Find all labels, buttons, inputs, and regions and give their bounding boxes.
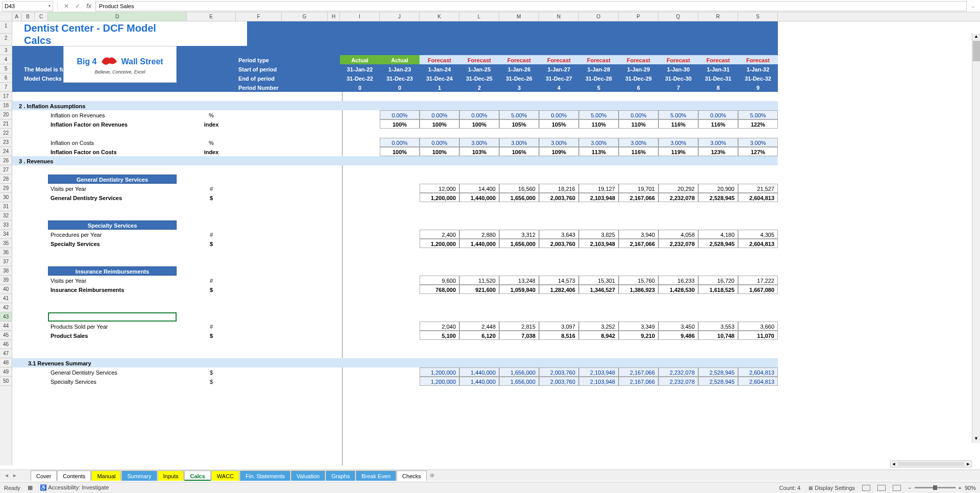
inf-cost-0: 0.00% [380,138,420,147]
row-header-21[interactable]: 21 [0,119,12,129]
tab-calcs[interactable]: Calcs [184,471,210,481]
tab-wacc[interactable]: WACC [211,471,239,481]
col-header-E[interactable]: E [187,12,236,21]
inf-rev-fac-4: 105% [539,119,579,129]
row-header-17[interactable]: 17 [0,92,12,101]
row-header-29[interactable]: 29 [0,184,12,193]
row-header-4[interactable]: 4 [0,55,12,64]
col-header-S[interactable]: S [738,12,778,21]
col-header-C[interactable]: C [35,12,48,21]
row-header-32[interactable]: 32 [0,211,12,220]
row-header-1[interactable]: 1 [0,21,12,34]
tab-summary[interactable]: Summary [121,471,157,481]
row-header-6[interactable]: 6 [0,73,12,83]
vertical-scrollbar[interactable]: ▲▼ [972,34,980,443]
row-header-46[interactable]: 46 [0,340,12,349]
col-header-R[interactable]: R [698,12,738,21]
horizontal-scrollbar[interactable]: ◄► [890,460,972,467]
row-header-18[interactable]: 18 [0,101,12,110]
col-header-L[interactable]: L [459,12,499,21]
zoom-control[interactable]: −+90% [908,485,976,491]
row-header-39[interactable]: 39 [0,276,12,285]
row-header-33[interactable]: 33 [0,220,12,230]
tab-val[interactable]: Valuation [291,471,325,481]
formula-input[interactable]: Product Sales [95,1,967,11]
row-header-23[interactable]: 23 [0,138,12,147]
tab-cover[interactable]: Cover [31,471,57,481]
col-header-K[interactable]: K [420,12,459,21]
row-header-28[interactable]: 28 [0,175,12,184]
col-header-B[interactable]: B [21,12,35,21]
cancel-icon[interactable]: ✕ [62,2,71,11]
display-settings[interactable]: 🖥 Display Settings [807,485,855,491]
col-header-D[interactable]: D [48,12,187,21]
sum-ss-unit: $ [187,377,236,386]
col-header-M[interactable]: M [499,12,539,21]
inf-cost-8: 3.00% [698,138,738,147]
row-header-48[interactable]: 48 [0,358,12,367]
row-header-42[interactable]: 42 [0,303,12,312]
row-header-38[interactable]: 38 [0,266,12,276]
ps-hdr: Product Sales [48,312,177,322]
tab-nav[interactable]: ◄► [4,473,17,478]
tab-inputs[interactable]: Inputs [158,471,184,481]
enter-icon[interactable]: ✓ [73,2,82,11]
col-header-G[interactable]: G [282,12,328,21]
tab-contents[interactable]: Contents [57,471,91,481]
row-header-22[interactable]: 22 [0,129,12,138]
chevron-down-icon[interactable]: ▾ [48,4,51,8]
tab-graphs[interactable]: Graphs [326,471,355,481]
row-header-40[interactable]: 40 [0,285,12,294]
row-header-41[interactable]: 41 [0,294,12,303]
fx-icon[interactable]: fx [84,2,93,11]
row-header-3[interactable]: 3 [0,46,12,55]
row-header-43[interactable]: 43 [0,312,12,322]
tab-break[interactable]: Break Even [356,471,396,481]
tab-manual[interactable]: Manual [91,471,121,481]
row-header-50[interactable]: 50 [0,377,12,386]
page-layout-icon[interactable] [877,485,886,491]
row-header-45[interactable]: 45 [0,331,12,340]
col-header-Q[interactable]: Q [658,12,698,21]
col-header-J[interactable]: J [380,12,420,21]
row-header-27[interactable]: 27 [0,165,12,175]
col-header-H[interactable]: H [328,12,340,21]
sum-gd-0: 1,200,000 [420,367,459,377]
normal-view-icon[interactable] [862,485,870,491]
name-box[interactable]: D43▾ [2,1,53,11]
ss-rev-lbl: Specialty Services [48,239,187,248]
expand-formula-icon[interactable]: ⌄ [969,2,978,11]
col-header-A[interactable]: A [12,12,21,21]
row-header-7[interactable]: 7 [0,83,12,92]
accessibility-status[interactable]: ♿ Accessibility: Investigate [40,484,109,491]
tab-fin[interactable]: Fin. Statements [240,471,290,481]
col-header-F[interactable]: F [236,12,282,21]
row-header-30[interactable]: 30 [0,193,12,202]
row-header-26[interactable]: 26 [0,156,12,165]
col-header-N[interactable]: N [539,12,579,21]
col-header-I[interactable]: I [340,12,380,21]
row-header-24[interactable]: 24 [0,147,12,156]
row-header-2[interactable]: 2 [0,34,12,46]
tab-checks[interactable]: Checks [397,471,427,481]
row-header-36[interactable]: 36 [0,248,12,257]
cells-area[interactable]: Dentist Center - DCF ModelCalcsDentist C… [12,21,980,465]
add-sheet-icon[interactable]: ⊕ [427,472,437,479]
row-header-35[interactable]: 35 [0,239,12,248]
ss-visits-5: 3,940 [619,230,658,239]
row-header-31[interactable]: 31 [0,202,12,211]
col-header-O[interactable]: O [579,12,619,21]
period-end-2: 31-Dec-24 [420,73,459,83]
macro-icon[interactable]: ▦ [28,484,33,491]
row-header-20[interactable]: 20 [0,110,12,119]
ps-rev-8: 11,070 [738,331,778,340]
col-header-P[interactable]: P [619,12,658,21]
row-header-44[interactable]: 44 [0,322,12,331]
row-header-5[interactable]: 5 [0,64,12,73]
row-header-34[interactable]: 34 [0,230,12,239]
row-header-37[interactable]: 37 [0,257,12,266]
row-header-47[interactable]: 47 [0,349,12,358]
inf-rev-fac-9: 122% [738,119,778,129]
page-break-icon[interactable] [893,485,901,491]
row-header-49[interactable]: 49 [0,367,12,377]
